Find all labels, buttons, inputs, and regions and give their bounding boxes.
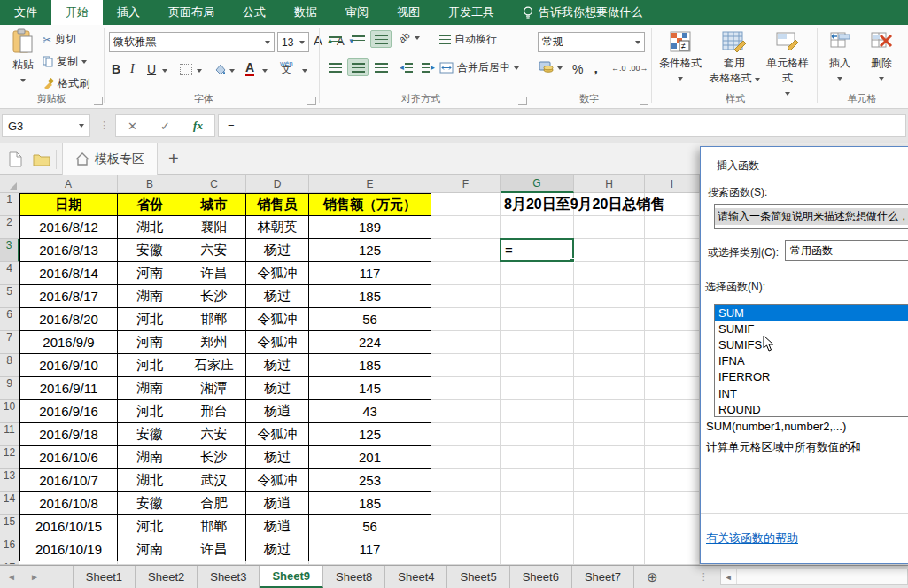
- cell-E10[interactable]: 43: [309, 400, 431, 423]
- decrease-indent-button[interactable]: ◄: [395, 58, 416, 76]
- cell-I8[interactable]: [645, 354, 700, 377]
- cell-A3[interactable]: 2016/8/13: [19, 239, 118, 262]
- cell-A15[interactable]: 2016/10/15: [19, 515, 118, 538]
- cell-G10[interactable]: [501, 400, 574, 423]
- cell-B3[interactable]: 安徽: [118, 239, 182, 262]
- cell-A14[interactable]: 2016/10/8: [19, 492, 118, 515]
- column-header-C[interactable]: C: [182, 175, 246, 193]
- cell-D8[interactable]: 杨过: [246, 354, 309, 377]
- cell-I5[interactable]: [645, 285, 700, 308]
- cell-I7[interactable]: [645, 331, 700, 354]
- cell-C14[interactable]: 合肥: [182, 492, 246, 515]
- row-header-12[interactable]: 12: [0, 446, 19, 469]
- phonetic-dropdown[interactable]: [302, 69, 307, 73]
- borders-icon[interactable]: [180, 64, 192, 75]
- cell-A16[interactable]: 2016/10/19: [19, 538, 118, 561]
- cell-E5[interactable]: 185: [309, 285, 431, 308]
- menu-tab-开始[interactable]: 开始: [51, 0, 103, 25]
- cell-A2[interactable]: 2016/8/12: [19, 216, 118, 239]
- function-search-input[interactable]: 请输入一条简短说明来描述您想做什么，: [714, 204, 908, 229]
- sheet-nav-left-icon[interactable]: ◄: [0, 566, 23, 588]
- cell-B8[interactable]: 河北: [118, 354, 182, 377]
- conditional-formatting-button[interactable]: ≠ 条件格式: [656, 30, 705, 83]
- cell-H14[interactable]: [574, 492, 645, 515]
- accounting-format-button[interactable]: [539, 60, 555, 77]
- delete-cells-button[interactable]: 删除: [864, 30, 899, 83]
- format-painter-button[interactable]: 格式刷: [43, 76, 89, 91]
- cell-A7[interactable]: 2016/9/9: [19, 331, 118, 354]
- cell-C12[interactable]: 长沙: [182, 446, 246, 469]
- cell-H3[interactable]: [574, 239, 645, 262]
- column-header-A[interactable]: A: [19, 175, 118, 193]
- sheet-tab-Sheet6[interactable]: Sheet6: [510, 566, 572, 588]
- cell-G8[interactable]: [501, 354, 574, 377]
- fill-color-dropdown[interactable]: [229, 69, 235, 73]
- column-header-B[interactable]: B: [118, 175, 182, 193]
- accounting-dropdown[interactable]: [557, 66, 563, 70]
- cell-E13[interactable]: 253: [309, 469, 431, 492]
- cell-D1[interactable]: 销售员: [246, 193, 309, 216]
- cell-F4[interactable]: [431, 262, 501, 285]
- function-item-SUMIF[interactable]: SUMIF: [715, 321, 908, 337]
- font-size-select[interactable]: 13: [277, 32, 309, 52]
- cell-F6[interactable]: [431, 308, 501, 331]
- menu-tab-审阅[interactable]: 审阅: [331, 0, 383, 25]
- cell-C2[interactable]: 襄阳: [182, 216, 246, 239]
- horizontal-scrollbar[interactable]: ◄: [720, 569, 908, 585]
- cell-C6[interactable]: 邯郸: [182, 308, 246, 331]
- format-as-table-button[interactable]: 套用 表格格式: [709, 30, 760, 86]
- function-item-IFNA[interactable]: IFNA: [715, 353, 908, 369]
- cell-D5[interactable]: 杨过: [246, 285, 309, 308]
- cell-G15[interactable]: [501, 515, 574, 538]
- italic-button[interactable]: I: [130, 62, 135, 76]
- cell-D11[interactable]: 令狐冲: [246, 423, 309, 446]
- sheet-tab-Sheet9[interactable]: Sheet9: [260, 566, 323, 588]
- sheet-tab-Sheet4[interactable]: Sheet4: [385, 566, 447, 588]
- menu-tab-公式[interactable]: 公式: [229, 0, 280, 25]
- row-header-2[interactable]: 2: [0, 216, 19, 239]
- cell-C8[interactable]: 石家庄: [182, 354, 246, 377]
- cell-H16[interactable]: [574, 538, 645, 561]
- insert-cells-button[interactable]: 插入: [822, 30, 858, 83]
- font-color-button[interactable]: A: [245, 62, 254, 76]
- cell-F1[interactable]: [431, 193, 501, 216]
- orientation-button[interactable]: ab: [397, 29, 412, 44]
- cell-B12[interactable]: 湖南: [118, 446, 182, 469]
- cell-D9[interactable]: 杨过: [246, 377, 309, 400]
- cell-A1[interactable]: 日期: [19, 193, 118, 216]
- cell-F16[interactable]: [431, 538, 501, 561]
- increase-indent-button[interactable]: ►: [418, 58, 439, 76]
- function-item-SUMIFS[interactable]: SUMIFS: [715, 337, 908, 352]
- row-header-1[interactable]: 1: [0, 193, 19, 216]
- cell-I3[interactable]: [645, 239, 700, 262]
- cell-C9[interactable]: 湘潭: [182, 377, 246, 400]
- cell-H5[interactable]: [574, 285, 645, 308]
- category-select[interactable]: 常用函数: [785, 240, 908, 261]
- bold-button[interactable]: B: [112, 62, 120, 76]
- top-align-button[interactable]: [324, 30, 345, 48]
- function-help-link[interactable]: 有关该函数的帮助: [706, 530, 798, 546]
- cell-H6[interactable]: [574, 308, 645, 331]
- cell-B6[interactable]: 河北: [118, 308, 182, 331]
- cell-F7[interactable]: [431, 331, 501, 354]
- cell-C13[interactable]: 武汉: [182, 469, 246, 492]
- borders-dropdown[interactable]: [197, 69, 202, 73]
- cell-G11[interactable]: [501, 423, 574, 446]
- menu-tab-文件[interactable]: 文件: [0, 0, 51, 25]
- decrease-decimal-button[interactable]: .00→: [629, 64, 648, 73]
- new-file-icon[interactable]: [9, 151, 22, 167]
- cell-B1[interactable]: 省份: [118, 193, 182, 216]
- align-left-button[interactable]: [324, 58, 345, 76]
- row-header-4[interactable]: 4: [0, 262, 19, 285]
- cell-B5[interactable]: 湖南: [118, 285, 182, 308]
- column-header-I[interactable]: I: [645, 175, 700, 193]
- cell-B10[interactable]: 河北: [118, 400, 182, 423]
- cell-G6[interactable]: [501, 308, 574, 331]
- template-zone-tab[interactable]: 模板专区: [62, 143, 158, 175]
- cell-I12[interactable]: [645, 446, 700, 469]
- cell-H11[interactable]: [574, 423, 645, 446]
- row-header-11[interactable]: 11: [0, 423, 19, 446]
- underline-button[interactable]: U: [147, 62, 156, 76]
- cell-F8[interactable]: [431, 354, 501, 377]
- cell-D4[interactable]: 令狐冲: [246, 262, 309, 285]
